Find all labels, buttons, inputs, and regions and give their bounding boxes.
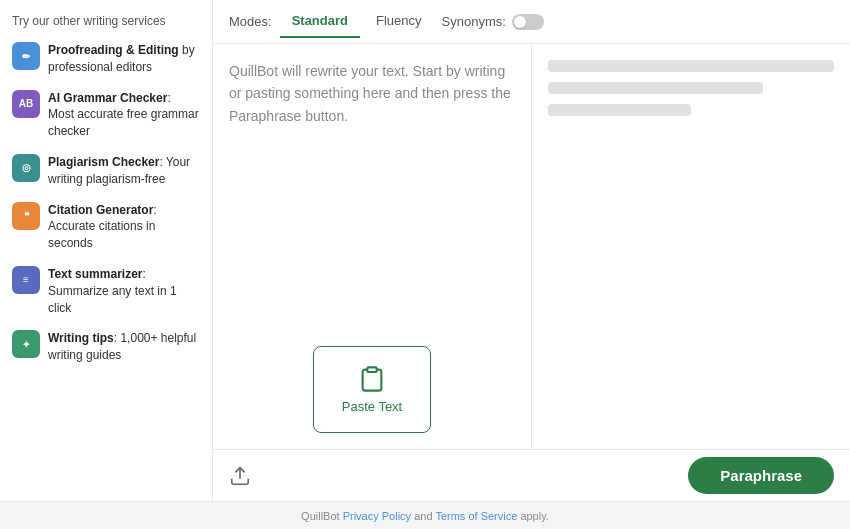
privacy-link[interactable]: Privacy Policy (343, 510, 411, 522)
synonyms-thumb (514, 16, 526, 28)
footer-text: QuillBot Privacy Policy and Terms of Ser… (301, 510, 549, 522)
synonyms-toggle[interactable]: Synonyms: (442, 14, 544, 30)
paste-btn-container: Paste Text (229, 346, 515, 433)
sidebar-item-grammar[interactable]: ABAI Grammar Checker: Most accurate free… (12, 90, 200, 140)
sidebar-item-proofreading[interactable]: ✏Proofreading & Editing by professional … (12, 42, 200, 76)
plagiarism-icon: ◎ (12, 154, 40, 182)
summarizer-label: Text summarizer: Summarize any text in 1… (48, 266, 200, 316)
paraphrase-button[interactable]: Paraphrase (688, 457, 834, 494)
summarizer-icon: ≡ (12, 266, 40, 294)
paste-text-button[interactable]: Paste Text (313, 346, 431, 433)
tabs-bar: Modes: StandardFluency Synonyms: (213, 0, 850, 44)
sidebar-item-summarizer[interactable]: ≡Text summarizer: Summarize any text in … (12, 266, 200, 316)
grammar-label: AI Grammar Checker: Most accurate free g… (48, 90, 200, 140)
proofreading-label: Proofreading & Editing by professional e… (48, 42, 200, 76)
synonyms-label: Synonyms: (442, 14, 506, 29)
plagiarism-label: Plagiarism Checker: Your writing plagiar… (48, 154, 200, 188)
sidebar-title: Try our other writing services (12, 14, 200, 28)
tips-icon: ✦ (12, 330, 40, 358)
tips-label: Writing tips: 1,000+ helpful writing gui… (48, 330, 200, 364)
upload-button[interactable] (229, 465, 251, 487)
upload-icon (229, 465, 251, 487)
paste-btn-label: Paste Text (342, 399, 402, 414)
sidebar-item-citation[interactable]: ❝Citation Generator: Accurate citations … (12, 202, 200, 252)
bottom-bar: Paraphrase (213, 449, 850, 501)
proofreading-icon: ✏ (12, 42, 40, 70)
citation-icon: ❝ (12, 202, 40, 230)
editor-placeholder: QuillBot will rewrite your text. Start b… (229, 60, 515, 326)
skeleton-2 (548, 82, 763, 94)
terms-link[interactable]: Terms of Service (435, 510, 517, 522)
sidebar-item-plagiarism[interactable]: ◎Plagiarism Checker: Your writing plagia… (12, 154, 200, 188)
sidebar-item-tips[interactable]: ✦Writing tips: 1,000+ helpful writing gu… (12, 330, 200, 364)
modes-label: Modes: (229, 14, 272, 29)
footer: QuillBot Privacy Policy and Terms of Ser… (0, 501, 850, 529)
output-pane (532, 44, 850, 449)
tab-fluency[interactable]: Fluency (364, 5, 434, 38)
skeleton-3 (548, 104, 691, 116)
synonyms-track[interactable] (512, 14, 544, 30)
clipboard-icon (358, 365, 386, 393)
input-pane[interactable]: QuillBot will rewrite your text. Start b… (213, 44, 532, 449)
citation-label: Citation Generator: Accurate citations i… (48, 202, 200, 252)
tab-standard[interactable]: Standard (280, 5, 360, 38)
svg-rect-0 (367, 367, 376, 372)
grammar-icon: AB (12, 90, 40, 118)
editor-container: QuillBot will rewrite your text. Start b… (213, 44, 850, 449)
main-layout: Try our other writing services ✏Proofrea… (0, 0, 850, 501)
sidebar: Try our other writing services ✏Proofrea… (0, 0, 213, 501)
skeleton-1 (548, 60, 834, 72)
content-area: Modes: StandardFluency Synonyms: QuillBo… (213, 0, 850, 501)
